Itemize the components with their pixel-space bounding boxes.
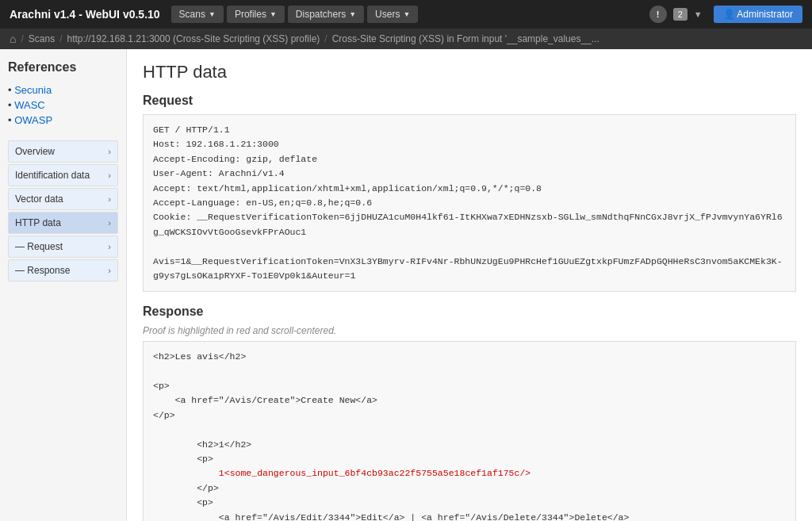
- sep1: /: [21, 33, 23, 44]
- navbar: Arachni v1.4 - WebUI v0.5.10 Scans ▼ Pro…: [0, 0, 812, 29]
- sidebar-links: Secunia WASC OWASP: [8, 82, 118, 128]
- breadcrumb: ⌂ / Scans / http://192.168.1.21:3000 (Cr…: [0, 29, 812, 49]
- owasp-link[interactable]: OWASP: [14, 114, 52, 126]
- profiles-menu[interactable]: Profiles ▼: [227, 6, 285, 23]
- sidebar-item-response[interactable]: — Response ›: [8, 259, 118, 282]
- dropdown-caret-icon[interactable]: ▼: [694, 10, 703, 19]
- secunia-link[interactable]: Secunia: [14, 84, 52, 96]
- breadcrumb-current: Cross-Site Scripting (XSS) in Form input…: [332, 33, 599, 44]
- admin-button[interactable]: 👤 Administrator: [714, 6, 802, 23]
- scans-caret-icon: ▼: [209, 10, 216, 18]
- response-heading: Response: [143, 305, 796, 319]
- main-content: HTTP data Request GET / HTTP/1.1 Host: 1…: [127, 49, 812, 521]
- layout: References Secunia WASC OWASP Overview ›…: [0, 49, 812, 521]
- response-arrow-icon: ›: [108, 266, 111, 275]
- sidebar-title: References: [8, 60, 118, 75]
- identification-arrow-icon: ›: [108, 170, 111, 180]
- home-icon[interactable]: ⌂: [10, 33, 16, 45]
- profiles-caret-icon: ▼: [270, 10, 277, 18]
- breadcrumb-scan-url[interactable]: http://192.168.1.21:3000 (Cross-Site Scr…: [67, 33, 320, 44]
- users-caret-icon: ▼: [403, 10, 410, 18]
- sidebar-item-vector[interactable]: Vector data ›: [8, 188, 118, 210]
- vector-arrow-icon: ›: [108, 194, 111, 204]
- users-menu[interactable]: Users ▼: [367, 6, 418, 23]
- notification-count[interactable]: 2: [673, 8, 688, 21]
- breadcrumb-scans[interactable]: Scans: [29, 33, 55, 44]
- sep2: /: [59, 33, 62, 44]
- response-data-box[interactable]: <h2>Les avis</h2> <p> <a href="/Avis/Cre…: [143, 341, 796, 521]
- highlight-xss: 1<some_dangerous_input_6bf4cb93ac22f5755…: [219, 468, 530, 478]
- nav-icons: ! 2 ▼: [649, 6, 703, 23]
- sidebar-item-request[interactable]: — Request ›: [8, 236, 118, 258]
- brand-title: Arachni v1.4 - WebUI v0.5.10: [10, 8, 160, 21]
- dispatchers-caret-icon: ▼: [349, 10, 356, 18]
- list-item-secunia: Secunia: [8, 82, 118, 98]
- request-heading: Request: [143, 94, 796, 108]
- list-item-wasc: WASC: [8, 98, 118, 113]
- request-arrow-icon: ›: [108, 242, 111, 251]
- scans-menu[interactable]: Scans ▼: [171, 6, 224, 23]
- sidebar-item-http[interactable]: HTTP data ›: [8, 212, 118, 234]
- dispatchers-menu[interactable]: Dispatchers ▼: [288, 6, 364, 23]
- sidebar-item-overview[interactable]: Overview ›: [8, 140, 118, 163]
- notification-icon[interactable]: !: [649, 6, 667, 23]
- sidebar-item-identification[interactable]: Identification data ›: [8, 164, 118, 186]
- request-data-box: GET / HTTP/1.1 Host: 192.168.1.21:3000 A…: [143, 114, 796, 292]
- user-icon: 👤: [723, 9, 737, 20]
- sidebar-nav: Overview › Identification data › Vector …: [8, 140, 118, 282]
- page-title: HTTP data: [143, 62, 796, 82]
- overview-arrow-icon: ›: [108, 147, 111, 156]
- response-hint: Proof is highlighted in red and scroll-c…: [143, 325, 796, 336]
- wasc-link[interactable]: WASC: [14, 99, 45, 111]
- http-arrow-icon: ›: [108, 218, 111, 228]
- sep3: /: [324, 33, 327, 44]
- sidebar: References Secunia WASC OWASP Overview ›…: [0, 49, 127, 521]
- list-item-owasp: OWASP: [8, 113, 118, 128]
